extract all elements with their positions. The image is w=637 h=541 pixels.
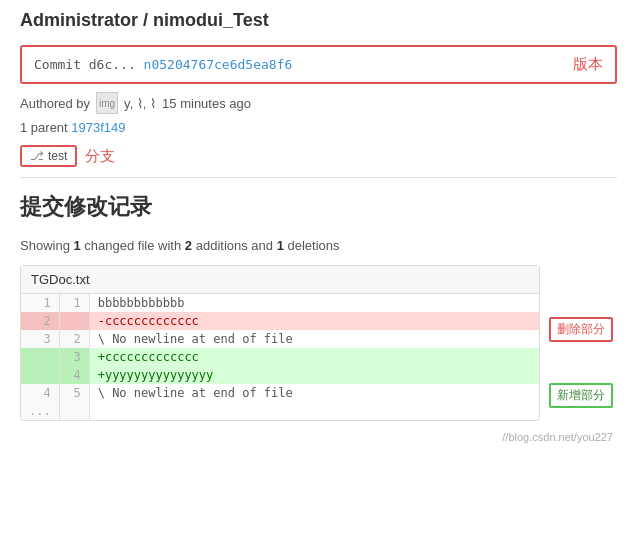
branch-icon: ⎇ xyxy=(30,149,44,163)
deletions-count: 1 xyxy=(277,238,284,253)
line-content: bbbbbbbbbbbb xyxy=(89,294,539,312)
new-line-num: 5 xyxy=(59,384,89,402)
line-content xyxy=(89,402,539,420)
line-content: \ No newline at end of file xyxy=(89,330,539,348)
showing-stats: Showing 1 changed file with 2 additions … xyxy=(20,238,617,253)
old-line-num: 3 xyxy=(21,330,59,348)
authored-time: 15 minutes ago xyxy=(162,96,251,111)
watermark: //blog.csdn.net/you227 xyxy=(20,431,617,443)
table-row: 3 2 \ No newline at end of file xyxy=(21,330,539,348)
table-row: 4 5 \ No newline at end of file xyxy=(21,384,539,402)
parent-row: 1 parent 1973f149 xyxy=(20,120,617,135)
line-content: \ No newline at end of file xyxy=(89,384,539,402)
file-diff-box: TGDoc.txt 1 1 bbbbbbbbbbbb 2 -cccccccccc… xyxy=(20,265,540,421)
commit-box: Commit d6c... n05204767ce6d5ea8f6 版本 xyxy=(20,45,617,84)
old-line-num: 4 xyxy=(21,384,59,402)
table-row: 1 1 bbbbbbbbbbbb xyxy=(21,294,539,312)
new-line-num xyxy=(59,402,89,420)
deleted-annotation: 删除部分 xyxy=(549,317,613,342)
author-name: y, ⌇, ⌇ xyxy=(124,96,156,111)
branch-label: 分支 xyxy=(85,147,115,166)
breadcrumb: Administrator / nimodui_Test xyxy=(20,10,617,31)
file-diff-header: TGDoc.txt xyxy=(21,266,539,294)
version-label: 版本 xyxy=(573,55,603,74)
line-content: -ccccccccccccc xyxy=(89,312,539,330)
section-divider xyxy=(20,177,617,178)
additions-count: 2 xyxy=(185,238,192,253)
diff-section: TGDoc.txt 1 1 bbbbbbbbbbbb 2 -cccccccccc… xyxy=(20,265,617,421)
page-wrapper: Administrator / nimodui_Test Commit d6c.… xyxy=(0,0,637,463)
commit-hash-link[interactable]: n05204767ce6d5ea8f6 xyxy=(144,57,293,72)
table-row: 2 -ccccccccccccc xyxy=(21,312,539,330)
authored-row: Authored by img y, ⌇, ⌇ 15 minutes ago xyxy=(20,92,617,114)
new-line-num: 4 xyxy=(59,366,89,384)
added-annotation: 新增部分 xyxy=(549,383,613,408)
authored-label: Authored by xyxy=(20,96,90,111)
old-line-num xyxy=(21,366,59,384)
new-line-num: 1 xyxy=(59,294,89,312)
old-line-num xyxy=(21,348,59,366)
table-row: 3 +ccccccccccccc xyxy=(21,348,539,366)
line-content: +ccccccccccccc xyxy=(89,348,539,366)
new-line-num: 2 xyxy=(59,330,89,348)
table-row: ... xyxy=(21,402,539,420)
new-line-num: 3 xyxy=(59,348,89,366)
branch-tag[interactable]: ⎇ test xyxy=(20,145,77,167)
table-row: 4 +yyyyyyyyyyyyyyy xyxy=(21,366,539,384)
changed-count: 1 xyxy=(74,238,81,253)
commit-title: 提交修改记录 xyxy=(20,192,617,222)
old-line-num: 2 xyxy=(21,312,59,330)
avatar: img xyxy=(96,92,118,114)
line-content: +yyyyyyyyyyyyyyy xyxy=(89,366,539,384)
old-line-num: ... xyxy=(21,402,59,420)
old-line-num: 1 xyxy=(21,294,59,312)
parent-link[interactable]: 1973f149 xyxy=(71,120,125,135)
diff-table: 1 1 bbbbbbbbbbbb 2 -ccccccccccccc 3 2 xyxy=(21,294,539,420)
branch-row: ⎇ test 分支 xyxy=(20,145,617,167)
commit-hash: Commit d6c... n05204767ce6d5ea8f6 xyxy=(34,57,292,72)
branch-name: test xyxy=(48,149,67,163)
new-line-num xyxy=(59,312,89,330)
